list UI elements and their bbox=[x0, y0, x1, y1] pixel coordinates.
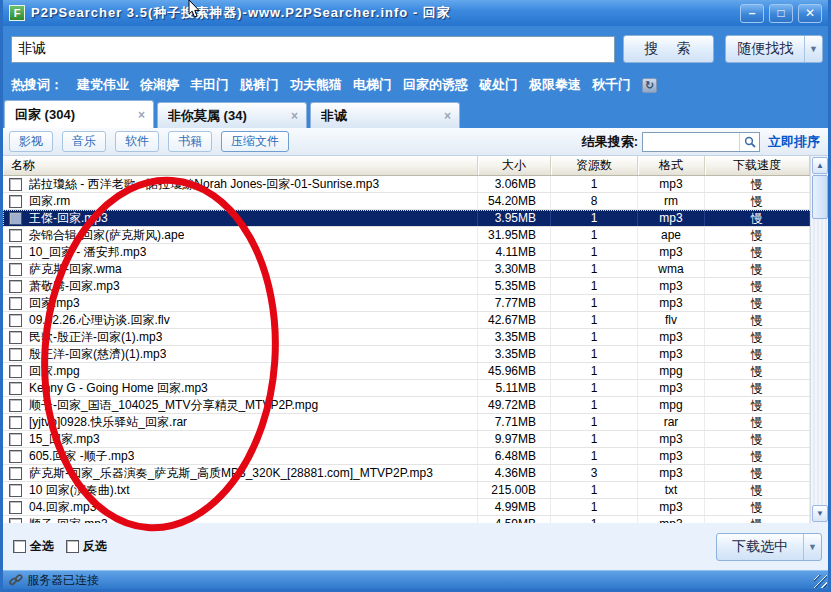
hot-search-word[interactable]: 秋千门 bbox=[592, 76, 631, 94]
search-button[interactable]: 搜 索 bbox=[623, 35, 715, 63]
table-row[interactable]: 王傑-回家.mp33.95MB1mp3慢 bbox=[3, 210, 828, 227]
cell-name: 605.回家 -顺子.mp3 bbox=[3, 448, 478, 464]
row-checkbox[interactable] bbox=[9, 467, 22, 480]
table-row[interactable]: 回家.rm54.20MB8rm慢 bbox=[3, 193, 828, 210]
hot-search-word[interactable]: 电梯门 bbox=[353, 76, 392, 94]
scrollbar-thumb[interactable] bbox=[812, 175, 828, 219]
hot-search-word[interactable]: 回家的诱惑 bbox=[403, 76, 468, 94]
tab-非你莫属 (34)[interactable]: 非你莫属 (34)× bbox=[157, 102, 307, 128]
row-checkbox[interactable] bbox=[9, 246, 22, 259]
filter-button-软件[interactable]: 软件 bbox=[115, 131, 159, 152]
column-header-count[interactable]: 资源数 bbox=[551, 156, 638, 175]
close-icon[interactable]: × bbox=[442, 109, 453, 123]
chevron-down-icon[interactable]: ▼ bbox=[804, 36, 822, 62]
title-bar[interactable]: F P2PSearcher 3.5(种子搜索神器)-www.P2PSearche… bbox=[3, 0, 828, 26]
row-checkbox[interactable] bbox=[9, 365, 22, 378]
file-name: 顺子-回家.mp3 bbox=[29, 516, 108, 523]
table-row[interactable]: Kenny G - Going Home 回家.mp35.11MB1mp3慢 bbox=[3, 380, 828, 397]
row-checkbox[interactable] bbox=[9, 178, 22, 191]
table-row[interactable]: 杂锦合辑-回家(萨克斯风).ape31.95MB1ape慢 bbox=[3, 227, 828, 244]
search-icon[interactable] bbox=[739, 133, 759, 151]
download-selected-button[interactable]: 下载选中 bbox=[717, 534, 803, 560]
column-header-speed[interactable]: 下载速度 bbox=[705, 156, 810, 175]
row-checkbox[interactable] bbox=[9, 484, 22, 497]
table-row[interactable]: 顺子-回家_国语_104025_MTV分享精灵_MTVP2P.mpg49.72M… bbox=[3, 397, 828, 414]
row-checkbox[interactable] bbox=[9, 212, 22, 225]
close-icon[interactable]: × bbox=[136, 108, 147, 122]
invert-select-checkbox-group[interactable]: 反选 bbox=[66, 538, 107, 555]
row-checkbox[interactable] bbox=[9, 518, 22, 524]
table-row[interactable]: 萨克斯-回家.wma3.30MB1wma慢 bbox=[3, 261, 828, 278]
row-checkbox[interactable] bbox=[9, 297, 22, 310]
tab-非诚[interactable]: 非诚× bbox=[310, 102, 460, 128]
scroll-down-icon[interactable]: ▼ bbox=[812, 505, 828, 522]
hot-search-word[interactable]: 破处门 bbox=[479, 76, 518, 94]
hot-search-word[interactable]: 功夫熊猫 bbox=[290, 76, 342, 94]
hot-search-word[interactable]: 徐湘婷 bbox=[140, 76, 179, 94]
row-checkbox[interactable] bbox=[9, 263, 22, 276]
download-selected-split-button[interactable]: 下载选中 ▼ bbox=[716, 533, 822, 561]
hot-search-word[interactable]: 极限拳速 bbox=[529, 76, 581, 94]
tab-回家 (304)[interactable]: 回家 (304)× bbox=[4, 100, 154, 128]
table-row[interactable]: 諾拉瓊絲 - 西洋老歌 - 諾拉瓊絲Norah Jones-回家-01-Sunr… bbox=[3, 176, 828, 193]
table-row[interactable]: 10_回家 - 潘安邦.mp34.11MB1mp3慢 bbox=[3, 244, 828, 261]
maximize-button[interactable]: □ bbox=[769, 4, 793, 23]
chevron-down-icon[interactable]: ▼ bbox=[803, 534, 821, 560]
filter-button-压缩文件[interactable]: 压缩文件 bbox=[221, 131, 289, 152]
table-row[interactable]: 顺子-回家.mp34.59MB1mp3慢 bbox=[3, 516, 828, 523]
row-checkbox[interactable] bbox=[9, 501, 22, 514]
column-header-name[interactable]: 名称 bbox=[3, 156, 478, 175]
hot-search-label: 热搜词： bbox=[11, 76, 63, 94]
cell-size: 54.20MB bbox=[478, 193, 551, 209]
vertical-scrollbar[interactable]: ▲ ▼ bbox=[810, 156, 828, 523]
row-checkbox[interactable] bbox=[9, 280, 22, 293]
select-all-checkbox-group[interactable]: 全选 bbox=[13, 538, 54, 555]
random-search-split-button[interactable]: 随便找找 ▼ bbox=[725, 35, 823, 63]
sort-now-link[interactable]: 立即排序 bbox=[768, 133, 820, 151]
column-header-format[interactable]: 格式 bbox=[638, 156, 705, 175]
result-search-input[interactable] bbox=[643, 133, 739, 151]
hot-search-word[interactable]: 脱裤门 bbox=[240, 76, 279, 94]
close-button[interactable]: ✕ bbox=[798, 4, 822, 23]
table-row[interactable]: 萧敬腾-回家.mp35.35MB1mp3慢 bbox=[3, 278, 828, 295]
table-row[interactable]: 殷正洋-回家(慈濟)(1).mp33.35MB1mp3慢 bbox=[3, 346, 828, 363]
search-input[interactable] bbox=[11, 36, 615, 63]
select-all-checkbox[interactable] bbox=[13, 540, 26, 553]
table-row[interactable]: 回家.mp37.77MB1mp3慢 bbox=[3, 295, 828, 312]
resize-grip[interactable] bbox=[814, 575, 827, 588]
column-header-size[interactable]: 大小 bbox=[478, 156, 551, 175]
filter-button-影视[interactable]: 影视 bbox=[9, 131, 53, 152]
row-checkbox[interactable] bbox=[9, 331, 22, 344]
table-row[interactable]: 09.02.26.心理访谈.回家.flv42.67MB1flv慢 bbox=[3, 312, 828, 329]
hot-search-word[interactable]: 建党伟业 bbox=[77, 76, 129, 94]
row-checkbox[interactable] bbox=[9, 450, 22, 463]
table-row[interactable]: 10 回家(演奏曲).txt215.00B1txt慢 bbox=[3, 482, 828, 499]
filter-button-书籍[interactable]: 书籍 bbox=[168, 131, 212, 152]
close-icon[interactable]: × bbox=[289, 109, 300, 123]
cell-speed: 慢 bbox=[705, 482, 810, 498]
table-row[interactable]: 民歌-殷正洋-回家(1).mp33.35MB1mp3慢 bbox=[3, 329, 828, 346]
cell-format: ape bbox=[638, 227, 705, 243]
table-row[interactable]: [yjtvo]0928.快乐驿站_回家.rar7.71MB1rar慢 bbox=[3, 414, 828, 431]
row-checkbox[interactable] bbox=[9, 399, 22, 412]
row-checkbox[interactable] bbox=[9, 348, 22, 361]
row-checkbox[interactable] bbox=[9, 195, 22, 208]
hot-search-word[interactable]: 丰田门 bbox=[190, 76, 229, 94]
random-search-button[interactable]: 随便找找 bbox=[726, 36, 804, 62]
row-checkbox[interactable] bbox=[9, 314, 22, 327]
row-checkbox[interactable] bbox=[9, 382, 22, 395]
invert-select-checkbox[interactable] bbox=[66, 540, 79, 553]
scroll-up-icon[interactable]: ▲ bbox=[812, 157, 828, 174]
refresh-icon[interactable]: ↻ bbox=[642, 78, 657, 93]
row-checkbox[interactable] bbox=[9, 229, 22, 242]
row-checkbox[interactable] bbox=[9, 433, 22, 446]
table-row[interactable]: 萨克斯-回家_乐器演奏_萨克斯_高质MP3_320K_[28881.com]_M… bbox=[3, 465, 828, 482]
cell-size: 42.67MB bbox=[478, 312, 551, 328]
table-row[interactable]: 回家.mpg45.96MB1mpg慢 bbox=[3, 363, 828, 380]
row-checkbox[interactable] bbox=[9, 416, 22, 429]
filter-button-音乐[interactable]: 音乐 bbox=[62, 131, 106, 152]
table-row[interactable]: 15_回家.mp39.97MB1mp3慢 bbox=[3, 431, 828, 448]
table-row[interactable]: 605.回家 -顺子.mp36.48MB1mp3慢 bbox=[3, 448, 828, 465]
table-row[interactable]: 04.回家.mp34.99MB1mp3慢 bbox=[3, 499, 828, 516]
minimize-button[interactable]: – bbox=[740, 4, 764, 23]
